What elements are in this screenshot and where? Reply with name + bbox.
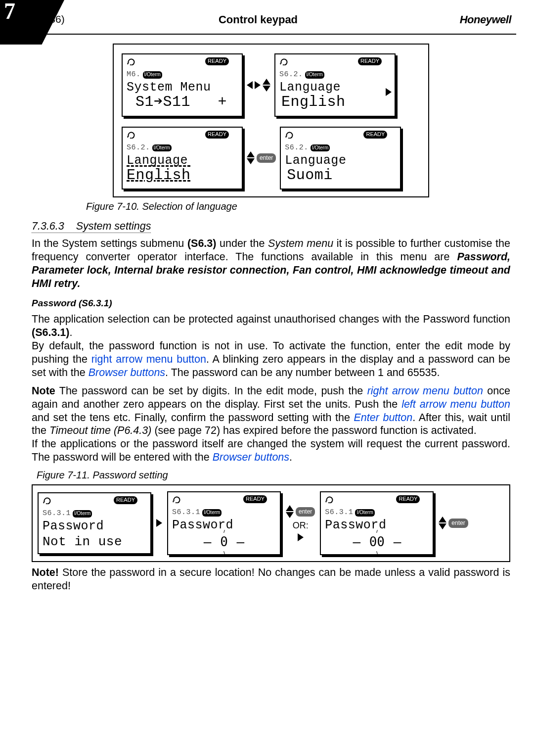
ioterm-badge: I/Oterm — [202, 509, 222, 517]
lcd-code: S6.2. — [285, 143, 309, 153]
system-settings-para: In the System settings submenu (S6.3) un… — [32, 237, 510, 290]
enter-button-icon: enter — [448, 519, 468, 528]
section-number: 7.3.6.3 — [32, 220, 64, 232]
page-header: 68(86) Control keypad Honeywell — [0, 0, 516, 35]
triangle-down-icon — [439, 523, 446, 529]
ioterm-badge: I/Oterm — [143, 71, 162, 79]
lcd-s1: S1 — [135, 94, 154, 110]
rotation-icon — [325, 495, 335, 503]
lcd-code: S6.3.1 — [325, 508, 353, 518]
lcd-code: S6.3.1 — [172, 508, 200, 518]
ioterm-badge: I/Oterm — [305, 71, 324, 79]
link-right-arrow-menu-button[interactable]: right arrow menu button — [91, 353, 206, 365]
nav-up-down-enter: enter — [247, 151, 276, 164]
or-column: enter OR: — [286, 505, 315, 541]
lcd-code: S6.2. — [279, 70, 303, 80]
triangle-right-icon — [156, 519, 162, 527]
lcd-system-menu: READY M6. I/Oterm System Menu S1➔S11 + — [122, 53, 243, 117]
nav-left-right-up-down — [247, 79, 270, 92]
rotation-icon — [127, 57, 136, 65]
lcd-language-english-edit: READY S6.2. I/Oterm Language English — [122, 127, 243, 190]
or-label: OR: — [293, 520, 309, 531]
password-para2: By default, the password function is not… — [32, 339, 510, 379]
rotation-icon — [127, 131, 136, 139]
ready-badge: READY — [205, 57, 229, 65]
lcd-password-00: READY S6.3.1 I/Oterm Password – 00 – — [320, 491, 434, 555]
triangle-up-icon — [263, 79, 270, 85]
ioterm-badge: I/Oterm — [311, 144, 330, 152]
page-body: READY M6. I/Oterm System Menu S1➔S11 + — [0, 35, 534, 607]
ready-badge: READY — [114, 496, 137, 504]
link-right-arrow-menu-button-2[interactable]: right arrow menu button — [367, 385, 483, 397]
rotation-icon — [43, 496, 52, 504]
lcd-language-english: READY S6.2. I/Oterm Language English — [274, 53, 396, 117]
lcd-line2-blink: English — [127, 166, 238, 185]
lcd-line2: Suomi — [287, 166, 396, 185]
link-browser-buttons[interactable]: Browser buttons — [89, 367, 165, 378]
ioterm-badge: I/Oterm — [152, 144, 172, 152]
ioterm-badge: I/Oterm — [355, 509, 374, 517]
lcd-code: S6.2. — [127, 143, 150, 153]
triangle-right-icon — [255, 81, 261, 89]
password-note-para: Note The password can be set by digits. … — [32, 384, 510, 438]
lcd-digit-blink: – 0 – — [172, 533, 276, 551]
triangle-down-icon — [286, 512, 294, 518]
lcd-digits-blink: – 00 – — [325, 533, 429, 551]
triangle-up-icon — [247, 151, 255, 157]
figure-7-10: READY M6. I/Oterm System Menu S1➔S11 + — [113, 44, 429, 197]
figure-7-10-caption: Figure 7-10. Selection of language — [86, 200, 510, 213]
lcd-line2: English — [281, 93, 391, 112]
ready-badge: READY — [205, 131, 229, 139]
link-left-arrow-menu-button[interactable]: left arrow menu button — [401, 398, 510, 410]
ready-badge: READY — [363, 131, 387, 139]
link-browser-buttons-2[interactable]: Browser buttons — [213, 451, 289, 463]
page-title: Control keypad — [0, 13, 516, 27]
lcd-line2: Not in use — [43, 534, 146, 550]
rotation-icon — [285, 131, 295, 139]
password-para4: If the applications or the password itse… — [32, 437, 510, 464]
lcd-code: M6. — [127, 70, 141, 80]
ioterm-badge: I/Oterm — [73, 510, 92, 518]
password-para1: The application selection can be protect… — [32, 313, 510, 339]
note-store-password: Note! Store the password in a secure loc… — [32, 566, 510, 593]
section-heading: 7.3.6.3 System settings — [32, 220, 510, 233]
rotation-icon — [279, 57, 289, 65]
triangle-right-icon — [298, 533, 304, 541]
password-heading: Password (S6.3.1) — [32, 297, 510, 309]
lcd-line1: Password — [43, 519, 146, 534]
lcd-line2: S1➔S11 + — [135, 93, 238, 112]
link-enter-button[interactable]: Enter button — [354, 412, 412, 424]
triangle-down-icon — [247, 158, 255, 164]
triangle-up-icon — [439, 517, 446, 522]
triangle-up-icon — [286, 505, 294, 511]
lcd-password-0: READY S6.3.1 I/Oterm Password – 0 – — [167, 491, 281, 555]
rotation-icon — [172, 495, 182, 503]
ready-badge: READY — [396, 495, 420, 503]
lcd-plus: + — [218, 94, 227, 110]
arrow-right-icon: ➔ — [154, 94, 163, 110]
lcd-s11: S11 — [163, 94, 191, 110]
ready-badge: READY — [243, 495, 267, 503]
figure-7-11-caption: Figure 7-11. Password setting — [37, 469, 510, 481]
enter-button-icon: enter — [296, 507, 315, 517]
brand-logo: Honeywell — [460, 13, 511, 27]
final-enter: enter — [439, 517, 468, 529]
right-caret-icon — [386, 86, 392, 99]
triangle-left-icon — [247, 81, 253, 89]
triangle-down-icon — [263, 86, 270, 92]
ready-badge: READY — [358, 57, 382, 65]
enter-button-icon: enter — [257, 153, 276, 163]
figure-7-11: READY S6.3.1 I/Oterm Password Not in use… — [32, 484, 510, 562]
lcd-language-suomi: READY S6.2. I/Oterm Language Suomi — [280, 127, 401, 190]
section-title: System settings — [76, 220, 151, 232]
chapter-number: 7 — [4, 0, 15, 26]
lcd-password-notinuse: READY S6.3.1 I/Oterm Password Not in use — [38, 492, 151, 554]
lcd-code: S6.3.1 — [43, 509, 71, 519]
